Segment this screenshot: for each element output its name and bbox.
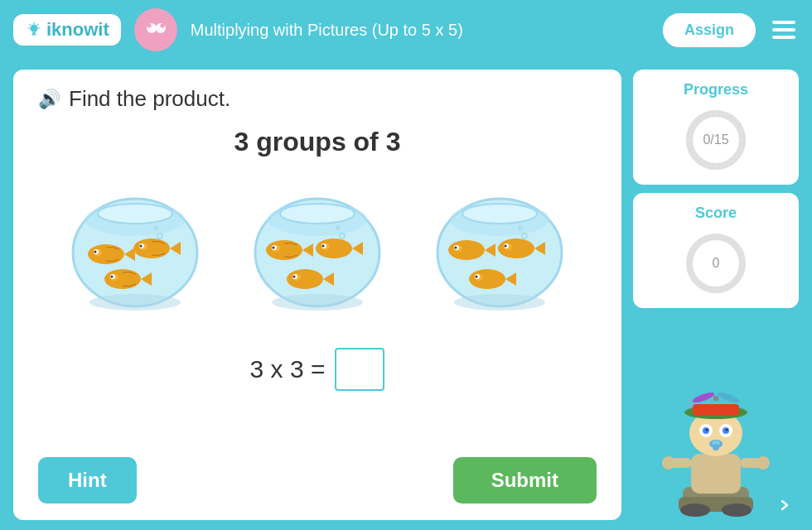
svg-point-88 [691,390,715,404]
svg-point-9 [98,204,172,224]
svg-point-58 [455,247,457,249]
problem-title: 3 groups of 3 [38,127,597,157]
main-content: 🔊 Find the product. 3 groups of 3 [0,60,812,530]
svg-point-37 [273,247,275,249]
fish-bowl-1 [60,174,210,315]
assign-button[interactable]: Assign [663,13,756,47]
svg-point-43 [287,269,323,289]
svg-point-38 [316,238,352,258]
hint-button[interactable]: Hint [38,457,137,504]
menu-bar-3 [772,36,795,39]
svg-point-81 [756,456,770,470]
nav-arrow[interactable] [769,490,799,520]
svg-point-51 [462,204,537,224]
sound-icon[interactable]: 🔊 [38,89,60,110]
submit-button[interactable]: Submit [453,457,597,504]
progress-label: Progress [684,81,748,99]
equation-text: 3 x 3 = [250,355,326,383]
svg-rect-87 [713,396,718,401]
lesson-icon [134,8,177,51]
equation-row: 3 x 3 = [38,348,597,391]
svg-point-6 [160,24,164,28]
bottom-buttons: Hint Submit [38,449,597,504]
answer-input[interactable] [335,348,384,391]
character-area [633,316,799,520]
menu-bar-1 [772,21,795,24]
svg-point-64 [469,269,505,289]
svg-point-48 [272,294,363,311]
svg-point-5 [147,24,151,28]
score-section: Score 0 [633,193,799,308]
fish-bowls-container [38,174,597,315]
svg-point-63 [505,245,507,248]
svg-point-47 [293,276,296,278]
svg-point-98 [713,444,719,450]
progress-gauge: 0/15 [683,107,749,173]
menu-bar-2 [772,28,795,31]
svg-point-42 [322,245,325,248]
fish-bowl-2 [243,174,392,315]
svg-point-95 [726,429,728,431]
svg-point-94 [706,429,708,431]
menu-button[interactable] [769,17,799,42]
progress-value: 0/15 [703,132,728,147]
logo: iknowit [13,14,121,46]
instruction-row: 🔊 Find the product. [38,86,597,112]
svg-rect-77 [691,454,741,494]
score-gauge: 0 [683,230,749,296]
fish-bowl-3 [425,174,574,315]
progress-section: Progress 0/15 [633,70,799,185]
svg-point-75 [680,504,710,517]
header: iknowit Multiplying with Pictures (Up to… [0,0,812,60]
svg-point-27 [89,294,181,311]
svg-point-68 [476,276,478,278]
svg-rect-2 [31,34,36,36]
svg-point-26 [111,276,114,278]
svg-point-69 [454,294,545,311]
score-label: Score [695,205,737,222]
instruction-text: Find the product. [69,86,230,112]
logo-text: iknowit [46,19,109,41]
score-value: 0 [713,256,720,271]
exercise-panel: 🔊 Find the product. 3 groups of 3 [13,70,621,520]
svg-point-0 [30,25,37,32]
svg-point-16 [94,251,97,253]
lesson-title: Multiplying with Pictures (Up to 5 x 5) [191,21,650,40]
svg-point-76 [722,504,752,517]
character-illustration [654,379,778,520]
svg-rect-1 [32,32,36,34]
svg-point-54 [448,240,485,260]
svg-point-30 [280,204,355,224]
svg-rect-86 [693,404,739,416]
svg-point-21 [140,245,143,248]
svg-point-59 [498,238,534,258]
svg-point-89 [716,390,740,404]
svg-point-80 [662,456,675,470]
logo-bulb-icon [25,21,43,39]
right-panel: Progress 0/15 Score 0 [633,70,799,520]
